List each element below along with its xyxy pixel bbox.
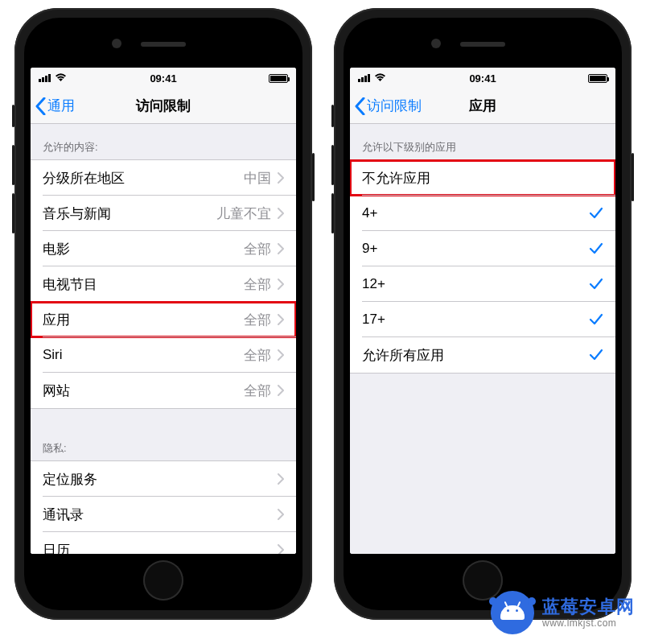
home-button[interactable]	[143, 560, 183, 601]
front-camera	[431, 39, 441, 48]
row-label: 不允许应用	[362, 169, 603, 188]
row-value: 全部	[244, 382, 271, 400]
option-row[interactable]: 9+	[350, 231, 615, 266]
screen-left: 09:41 通用 访问限制 允许的内容: 分级所在地区中国音乐与新闻儿童不宜电影…	[31, 68, 296, 554]
row-value: 中国	[244, 169, 271, 188]
option-row[interactable]: 允许所有应用	[350, 337, 615, 373]
settings-row[interactable]: 电影全部	[31, 231, 296, 266]
option-row[interactable]: 17+	[350, 302, 615, 337]
battery-icon	[269, 74, 288, 83]
row-label: Siri	[43, 347, 244, 363]
settings-row[interactable]: 日历	[31, 532, 296, 554]
row-label: 音乐与新闻	[43, 204, 216, 223]
chevron-right-icon	[278, 544, 284, 554]
signal-icon	[358, 74, 370, 82]
watermark-title: 蓝莓安卓网	[542, 597, 635, 617]
nav-back-label: 访问限制	[367, 97, 422, 115]
nav-back-label: 通用	[47, 97, 75, 115]
nav-back-button[interactable]: 通用	[31, 97, 75, 115]
nav-bar: 通用 访问限制	[31, 89, 296, 124]
nav-bar: 访问限制 应用	[350, 89, 615, 124]
settings-row[interactable]: 电视节目全部	[31, 266, 296, 302]
row-label: 电影	[43, 240, 244, 258]
status-bar: 09:41	[350, 68, 615, 89]
screen-right: 09:41 访问限制 应用 允许以下级别的应用 不允许应用4+9+12+17+允…	[350, 68, 615, 554]
row-label: 分级所在地区	[43, 169, 244, 188]
row-value: 全部	[244, 346, 271, 365]
chevron-right-icon	[278, 279, 284, 290]
chevron-right-icon	[278, 349, 284, 361]
settings-row[interactable]: 分级所在地区中国	[31, 160, 296, 196]
section-header-apps: 允许以下级别的应用	[350, 124, 615, 159]
checkmark-icon	[589, 277, 603, 291]
wifi-icon	[55, 72, 67, 84]
checkmark-icon	[589, 206, 603, 221]
apps-group: 不允许应用4+9+12+17+允许所有应用	[350, 159, 615, 374]
nav-title: 应用	[469, 97, 496, 115]
content-group: 分级所在地区中国音乐与新闻儿童不宜电影全部电视节目全部应用全部Siri全部网站全…	[31, 159, 296, 409]
section-header-privacy: 隐私:	[31, 425, 296, 460]
checkmark-icon	[589, 242, 603, 256]
wifi-icon	[374, 72, 386, 84]
clock: 09:41	[150, 72, 176, 85]
settings-row[interactable]: Siri全部	[31, 337, 296, 373]
clock: 09:41	[469, 72, 496, 85]
chevron-right-icon	[278, 208, 284, 219]
option-row[interactable]: 不允许应用	[350, 160, 615, 196]
settings-row[interactable]: 音乐与新闻儿童不宜	[31, 196, 296, 231]
row-value: 全部	[244, 311, 271, 329]
option-row[interactable]: 12+	[350, 266, 615, 302]
row-label: 通讯录	[43, 506, 271, 524]
watermark-logo-icon	[491, 591, 534, 634]
row-label: 电视节目	[43, 275, 244, 294]
settings-row[interactable]: 应用全部	[31, 302, 296, 337]
status-bar: 09:41	[31, 68, 296, 89]
chevron-right-icon	[278, 243, 284, 254]
row-value: 全部	[244, 275, 271, 294]
settings-row[interactable]: 定位服务	[31, 461, 296, 497]
phone-frame-right: 09:41 访问限制 应用 允许以下级别的应用 不允许应用4+9+12+17+允…	[334, 8, 632, 620]
row-label: 12+	[362, 276, 589, 292]
row-value: 儿童不宜	[216, 204, 271, 223]
chevron-left-icon	[355, 97, 365, 115]
chevron-right-icon	[278, 385, 284, 396]
speaker	[460, 42, 505, 47]
row-label: 网站	[43, 382, 244, 400]
row-label: 允许所有应用	[362, 346, 589, 365]
row-label: 定位服务	[43, 470, 271, 489]
watermark-url: www.lmkjst.com	[542, 617, 635, 629]
row-label: 4+	[362, 205, 589, 221]
chevron-right-icon	[278, 473, 284, 485]
speaker	[141, 42, 186, 47]
checkmark-icon	[589, 348, 603, 362]
chevron-right-icon	[278, 172, 284, 184]
option-row[interactable]: 4+	[350, 196, 615, 231]
row-label: 9+	[362, 241, 589, 257]
battery-icon	[588, 74, 607, 83]
chevron-right-icon	[278, 509, 284, 520]
row-label: 应用	[43, 311, 244, 329]
front-camera	[112, 39, 121, 48]
privacy-group: 定位服务通讯录日历	[31, 460, 296, 554]
signal-icon	[39, 74, 51, 82]
row-label: 日历	[43, 541, 271, 555]
settings-row[interactable]: 网站全部	[31, 373, 296, 408]
nav-back-button[interactable]: 访问限制	[350, 97, 422, 115]
watermark: 蓝莓安卓网 www.lmkjst.com	[491, 591, 635, 634]
row-value: 全部	[244, 240, 271, 258]
settings-row[interactable]: 通讯录	[31, 497, 296, 532]
nav-title: 访问限制	[136, 97, 191, 115]
checkmark-icon	[589, 312, 603, 327]
phone-frame-left: 09:41 通用 访问限制 允许的内容: 分级所在地区中国音乐与新闻儿童不宜电影…	[14, 8, 312, 620]
section-header-content: 允许的内容:	[31, 124, 296, 159]
row-label: 17+	[362, 312, 589, 328]
chevron-left-icon	[35, 97, 46, 115]
chevron-right-icon	[278, 314, 284, 325]
